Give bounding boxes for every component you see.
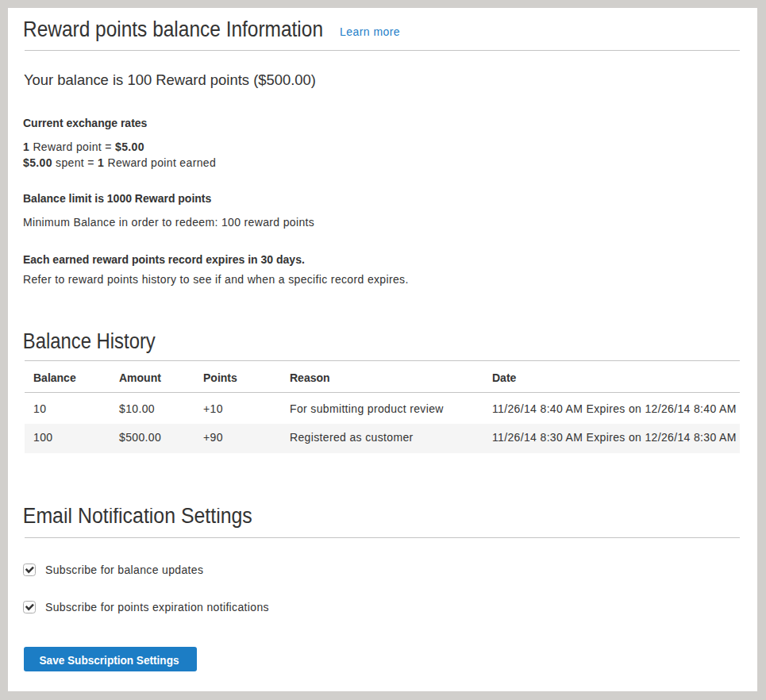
svg-text:Your balance is 100 Reward poi: Your balance is 100 Reward points ($500.… — [24, 73, 316, 88]
svg-text:Reward points balance Informat: Reward points balance Information — [23, 19, 323, 41]
svg-text:Email Notification Settings: Email Notification Settings — [23, 508, 252, 528]
svg-text:Save Subscription Settings: Save Subscription Settings — [40, 654, 179, 667]
svg-text:Balance History: Balance History — [23, 333, 156, 353]
